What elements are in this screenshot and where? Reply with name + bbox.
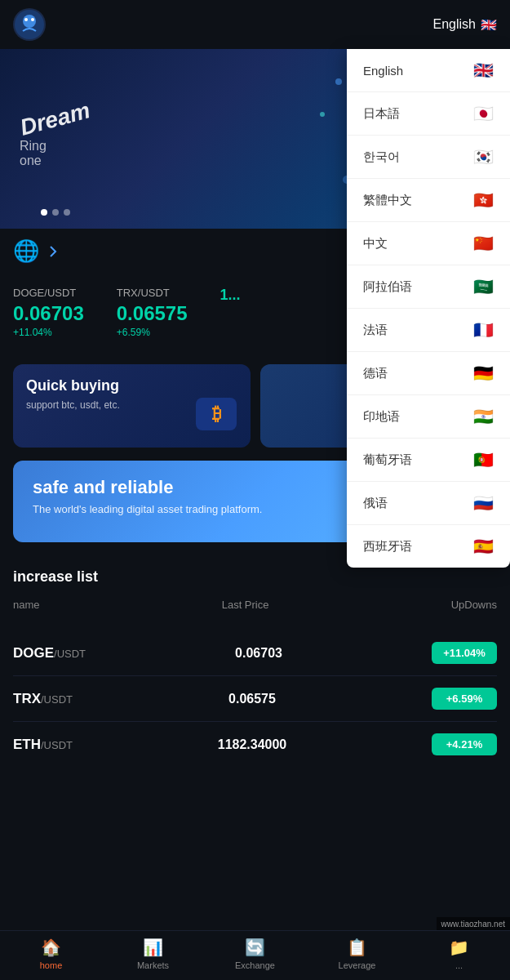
lang-option-flag: 🇬🇧	[473, 60, 494, 80]
lang-option-name: 印地语	[363, 409, 400, 425]
lang-option-繁體中文[interactable]: 繁體中文🇭🇰	[347, 179, 510, 222]
ticker-third-price: 1...	[220, 287, 241, 304]
lang-option-flag: 🇪🇸	[473, 537, 494, 556]
svg-point-3	[31, 18, 34, 21]
nav-more-label: ...	[455, 960, 463, 970]
doge-price: 0.06703	[86, 646, 432, 661]
lang-option-English[interactable]: English🇬🇧	[347, 49, 510, 92]
lang-option-flag: 🇨🇳	[473, 234, 494, 253]
ticker-trx[interactable]: TRX/USDT 0.06575 +6.59%	[117, 287, 188, 338]
language-selector[interactable]: English 🇬🇧	[433, 17, 497, 33]
lang-option-法语[interactable]: 法语🇫🇷	[347, 309, 510, 352]
globe-icon: 🌐	[13, 238, 39, 264]
nav-more[interactable]: 📁 ...	[408, 938, 510, 970]
lang-option-葡萄牙语[interactable]: 葡萄牙语🇵🇹	[347, 439, 510, 482]
arrow-icon	[44, 245, 57, 258]
hero-dream-text: Dream	[17, 97, 92, 140]
watermark: www.tiaozhan.net	[437, 917, 510, 931]
logo	[13, 8, 46, 41]
lang-option-한국어[interactable]: 한국어🇰🇷	[347, 136, 510, 179]
hero-pagination	[41, 209, 70, 216]
svg-point-2	[24, 18, 28, 21]
lang-option-中文[interactable]: 中文🇨🇳	[347, 222, 510, 265]
lang-option-flag: 🇸🇦	[473, 277, 494, 296]
ticker-trx-change: +6.59%	[117, 327, 188, 338]
lang-option-name: 阿拉伯语	[363, 279, 412, 295]
nav-home-label: home	[40, 960, 63, 970]
quick-buying-title: Quick buying	[26, 377, 237, 394]
lang-option-flag: 🇷🇺	[473, 493, 494, 513]
doge-change-badge: +11.04%	[432, 642, 497, 664]
lang-option-name: 俄语	[363, 496, 388, 511]
current-language-flag: 🇬🇧	[481, 17, 497, 33]
lang-option-阿拉伯语[interactable]: 阿拉伯语🇸🇦	[347, 265, 510, 309]
lang-option-德语[interactable]: 德语🇩🇪	[347, 352, 510, 395]
coin-name-trx: TRX/USDT	[13, 691, 73, 707]
coin-name-doge: DOGE/USDT	[13, 645, 86, 662]
lang-option-西班牙语[interactable]: 西班牙语🇪🇸	[347, 525, 510, 568]
svg-point-18	[335, 78, 342, 85]
market-section: increase list name Last Price UpDowns DO…	[0, 555, 510, 780]
lang-option-flag: 🇯🇵	[473, 104, 494, 123]
market-headers: name Last Price UpDowns	[13, 599, 497, 617]
exchange-icon: 🔄	[245, 938, 265, 957]
nav-home[interactable]: 🏠 home	[0, 938, 102, 970]
nav-exchange-label: Exchange	[235, 960, 275, 970]
lang-option-name: 法语	[363, 323, 388, 338]
hero-dot-1[interactable]	[41, 209, 47, 216]
eth-price: 1182.34000	[73, 737, 432, 752]
lang-option-name: 葡萄牙语	[363, 452, 412, 468]
svg-point-1	[23, 15, 36, 28]
market-row-trx[interactable]: TRX/USDT 0.06575 +6.59%	[13, 676, 497, 722]
market-row-eth[interactable]: ETH/USDT 1182.34000 +4.21%	[13, 722, 497, 767]
hero-text: Dream Ring one	[0, 90, 110, 188]
lang-option-俄语[interactable]: 俄语🇷🇺	[347, 482, 510, 525]
trx-price: 0.06575	[73, 692, 432, 706]
language-dropdown: English🇬🇧日本語🇯🇵한국어🇰🇷繁體中文🇭🇰中文🇨🇳阿拉伯语🇸🇦法语🇫🇷德…	[347, 49, 510, 568]
lang-option-flag: 🇩🇪	[473, 363, 494, 383]
quick-buying-card[interactable]: Quick buying support btc, usdt, etc. ₿	[13, 364, 251, 448]
ticker-doge-price: 0.06703	[13, 302, 84, 325]
ticker-trx-pair: TRX/USDT	[117, 287, 188, 299]
more-icon: 📁	[449, 938, 469, 957]
hero-ring-text: Ring one	[20, 139, 91, 168]
nav-exchange[interactable]: 🔄 Exchange	[204, 938, 306, 970]
nav-leverage-label: Leverage	[339, 960, 376, 970]
leverage-icon: 📋	[347, 938, 367, 957]
ticker-trx-price: 0.06575	[117, 302, 188, 325]
hero-dot-3[interactable]	[64, 209, 70, 216]
lang-option-name: 日本語	[363, 106, 400, 122]
svg-text:₿: ₿	[211, 403, 220, 424]
lang-option-flag: 🇫🇷	[473, 320, 494, 340]
bottom-nav: 🏠 home 📊 Markets 🔄 Exchange 📋 Leverage 📁…	[0, 930, 510, 980]
nav-markets[interactable]: 📊 Markets	[102, 938, 204, 970]
bitcoin-icon-wrap: ₿	[192, 394, 241, 438]
lang-option-flag: 🇰🇷	[473, 147, 494, 167]
lang-option-name: 中文	[363, 236, 388, 252]
market-row-doge[interactable]: DOGE/USDT 0.06703 +11.04%	[13, 630, 497, 676]
ticker-doge[interactable]: DOGE/USDT 0.06703 +11.04%	[13, 287, 84, 338]
lang-option-印地语[interactable]: 印地语🇮🇳	[347, 395, 510, 439]
lang-option-name: English	[363, 64, 403, 78]
ticker-doge-change: +11.04%	[13, 327, 84, 338]
header-updowns: UpDowns	[451, 599, 497, 611]
lang-option-日本語[interactable]: 日本語🇯🇵	[347, 92, 510, 136]
eth-change-badge: +4.21%	[432, 733, 497, 755]
ticker-doge-pair: DOGE/USDT	[13, 287, 84, 299]
lang-option-name: 한국어	[363, 149, 400, 165]
markets-icon: 📊	[143, 938, 163, 957]
lang-option-flag: 🇵🇹	[473, 450, 494, 470]
coin-name-eth: ETH/USDT	[13, 737, 73, 753]
lang-option-name: 西班牙语	[363, 539, 412, 555]
hero-dot-2[interactable]	[52, 209, 59, 216]
nav-markets-label: Markets	[137, 960, 169, 970]
lang-option-flag: 🇭🇰	[473, 190, 494, 210]
trx-change-badge: +6.59%	[432, 688, 497, 710]
current-language-label: English	[433, 17, 476, 32]
globe-icon-wrap: 🌐	[13, 238, 57, 264]
nav-leverage[interactable]: 📋 Leverage	[306, 938, 408, 970]
ticker-third[interactable]: 1...	[220, 287, 241, 338]
lang-option-flag: 🇮🇳	[473, 407, 494, 426]
lang-option-name: 繁體中文	[363, 193, 412, 208]
lang-option-name: 德语	[363, 366, 388, 381]
